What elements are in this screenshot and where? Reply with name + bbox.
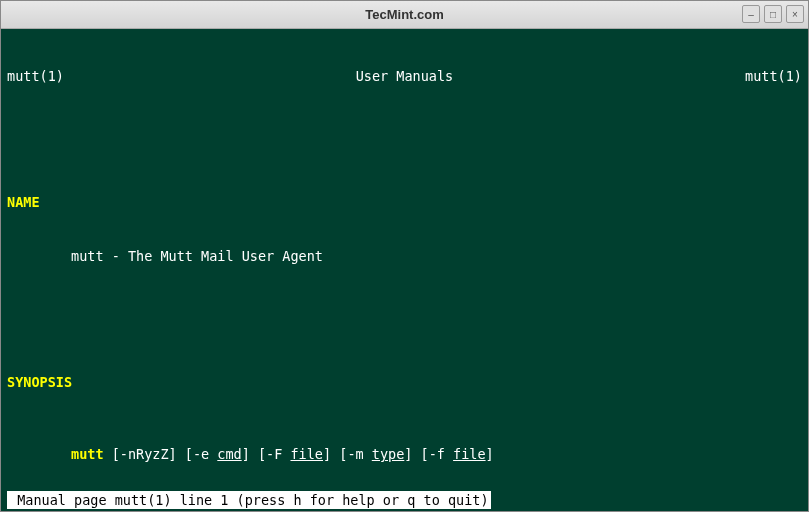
synopsis-line-1: mutt [-nRyzZ] [-e cmd] [-F file] [-m typ… [7,445,802,463]
man-header-left: mutt(1) [7,67,64,85]
window-controls: – □ × [742,5,804,23]
maximize-button[interactable]: □ [764,5,782,23]
terminal-viewport[interactable]: mutt(1) User Manuals mutt(1) NAME mutt -… [1,29,808,511]
section-name-heading: NAME [7,193,802,211]
man-header-center: User Manuals [356,67,454,85]
name-text: mutt - The Mutt Mail User Agent [7,247,802,265]
section-synopsis-heading: SYNOPSIS [7,373,802,391]
window-titlebar: TecMint.com – □ × [1,1,808,29]
man-header: mutt(1) User Manuals mutt(1) [7,67,802,85]
close-button[interactable]: × [786,5,804,23]
window-title: TecMint.com [365,7,444,22]
man-header-right: mutt(1) [745,67,802,85]
pager-status-bar: Manual page mutt(1) line 1 (press h for … [7,491,491,509]
minimize-button[interactable]: – [742,5,760,23]
